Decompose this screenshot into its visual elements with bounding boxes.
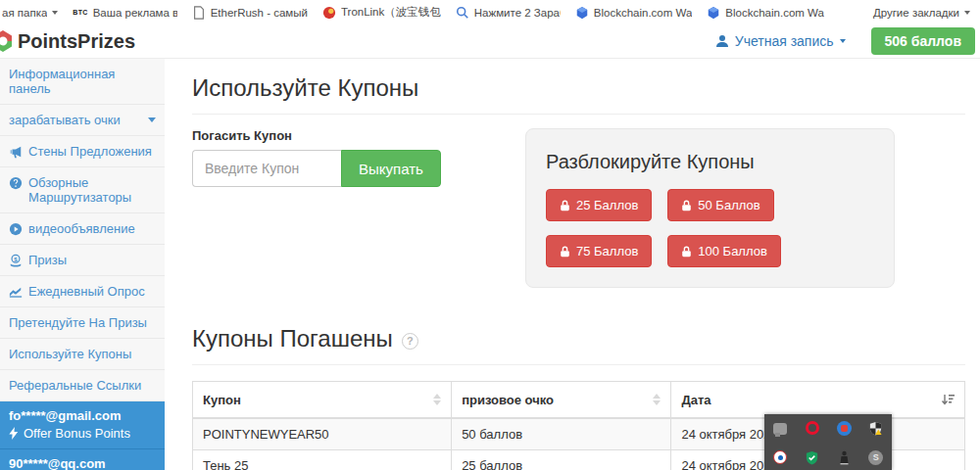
- svg-text:$: $: [14, 256, 18, 262]
- document-icon: [192, 6, 206, 20]
- sidebar-item-dashboard[interactable]: Информационная панель: [0, 59, 165, 105]
- blockchain-icon: [707, 6, 720, 20]
- bookmark-label: Blockchain.com Wa: [594, 7, 693, 19]
- system-tray-popup: S: [764, 414, 892, 470]
- bookmark-label: Ваша реклама в с: [93, 7, 177, 19]
- sort-icon: [653, 390, 661, 409]
- sidebar-item-label: Претендуйте На Призы: [9, 315, 147, 330]
- bookmark-item[interactable]: Нажмите 2 Зараб: [456, 6, 561, 20]
- bookmark-label: TronLink（波宝钱包: [341, 5, 441, 20]
- bolt-icon: [9, 427, 19, 440]
- bookmark-label: Нажмите 2 Зараб: [474, 7, 561, 19]
- column-header-date[interactable]: Дата: [671, 382, 964, 418]
- notification-email: fo*****@gmail.com: [9, 408, 156, 423]
- redeem-coupon-form: Погасить Купон Выкупать: [192, 128, 525, 187]
- lock-icon: [681, 246, 692, 258]
- sidebar-item-survey-routers[interactable]: Обзорные Маршрутизаторы: [0, 167, 165, 213]
- unlock-100-button[interactable]: 100 Баллов: [667, 235, 781, 267]
- cell-coupon: Тень 25: [193, 450, 452, 470]
- other-bookmarks-label: Другие закладки: [873, 7, 959, 19]
- person-icon: [715, 34, 729, 48]
- help-icon[interactable]: ?: [402, 333, 418, 350]
- sidebar-item-use-coupons[interactable]: Используйте Купоны: [0, 339, 165, 370]
- sidebar-item-earn-points[interactable]: зарабатывать очки: [0, 105, 165, 136]
- chevron-down-icon: [148, 118, 156, 126]
- search-icon: [456, 6, 469, 20]
- sidebar-item-label: Обзорные Маршрутизаторы: [28, 175, 156, 205]
- lock-icon: [560, 200, 570, 212]
- security-shield-warning-icon[interactable]: [868, 421, 883, 436]
- redeem-coupon-label: Погасить Купон: [192, 128, 525, 143]
- chevron-down-icon: [52, 11, 58, 18]
- unlock-25-button[interactable]: 25 Баллов: [546, 189, 652, 221]
- system-app-icon[interactable]: [839, 450, 850, 465]
- sidebar-item-referral-links[interactable]: Реферальные Ссылки: [0, 370, 165, 401]
- coupon-input[interactable]: [192, 150, 341, 187]
- account-menu[interactable]: Учетная запись: [715, 33, 846, 49]
- unlock-75-button[interactable]: 75 Баллов: [546, 235, 652, 267]
- notification-email: 90*****@qq.com: [9, 456, 156, 470]
- bookmark-label: Blockchain.com Wa: [725, 7, 824, 19]
- sidebar-item-offer-walls[interactable]: Стены Предложения: [0, 136, 165, 167]
- antivirus-shield-icon[interactable]: [805, 450, 819, 465]
- sort-icon: [433, 390, 441, 409]
- header-right: Учетная запись 506 баллов: [715, 27, 975, 55]
- chevron-down-icon: [964, 11, 970, 18]
- redeem-button[interactable]: Выкупать: [341, 150, 441, 187]
- column-header-points[interactable]: призовое очко: [452, 382, 671, 418]
- pointsprizes-logo-icon: [0, 29, 15, 53]
- bookmarks-bar: ая папка BTC Ваша реклама в с EtherRush …: [0, 0, 980, 24]
- site-logo[interactable]: PointsPrizes: [0, 29, 135, 53]
- site-logo-text: PointsPrizes: [18, 30, 135, 53]
- main-content: Используйте Купоны Погасить Купон Выкупа…: [165, 59, 980, 470]
- account-label: Учетная запись: [735, 33, 834, 49]
- points-badge[interactable]: 506 баллов: [871, 27, 975, 55]
- sidebar-item-label: видеообъявление: [28, 221, 135, 236]
- coin-icon: $: [9, 254, 23, 267]
- sidebar-item-prizes[interactable]: $ Призы: [0, 245, 165, 276]
- unlock-50-button[interactable]: 50 Баллов: [667, 189, 773, 221]
- sidebar: Информационная панель зарабатывать очки …: [0, 59, 165, 470]
- cell-points: 25 баллов: [452, 450, 671, 470]
- cell-coupon: POINTYNEWYEAR50: [193, 418, 452, 450]
- lock-icon: [681, 200, 692, 212]
- sidebar-item-label: Призы: [28, 253, 67, 267]
- sidebar-item-label: Используйте Купоны: [9, 347, 131, 361]
- app-body: Информационная панель зарабатывать очки …: [0, 59, 980, 470]
- other-bookmarks-button[interactable]: Другие закладки: [873, 7, 970, 19]
- bookmark-item[interactable]: EtherRush - самый: [192, 6, 308, 20]
- media-player-icon[interactable]: [773, 450, 787, 464]
- bonus-notification[interactable]: fo*****@gmail.com Offer Bonus Points: [0, 401, 165, 449]
- chart-line-icon: [9, 285, 23, 299]
- question-circle-icon: [9, 176, 23, 190]
- tronlink-icon: [322, 6, 336, 20]
- notification-message: Offer Bonus Points: [24, 426, 130, 441]
- bookmark-item[interactable]: TronLink（波宝钱包: [322, 5, 441, 20]
- sidebar-item-label: Реферальные Ссылки: [9, 378, 141, 393]
- bonus-notification[interactable]: 90*****@qq.com Offer Bonus Points: [0, 449, 165, 470]
- unlock-coupons-title: Разблокируйте Купоны: [546, 151, 874, 173]
- chat-window-icon[interactable]: [773, 423, 787, 435]
- sidebar-item-daily-poll[interactable]: Ежедневный Опрос: [0, 276, 165, 307]
- bookmark-label: ая папка: [2, 7, 47, 19]
- bookmark-label: EtherRush - самый: [211, 7, 308, 19]
- btc-icon: BTC: [73, 9, 87, 16]
- unlock-coupons-panel: Разблокируйте Купоны 25 Баллов 50 Баллов…: [525, 128, 895, 288]
- sidebar-item-label: Информационная панель: [9, 67, 156, 96]
- blockchain-icon: [575, 6, 589, 20]
- column-header-coupon[interactable]: Купон: [193, 382, 452, 418]
- photos-app-icon[interactable]: [837, 421, 852, 436]
- page-title: Используйте Купоны: [192, 74, 965, 115]
- sidebar-item-video-ads[interactable]: видеообъявление: [0, 213, 165, 245]
- bookmark-item[interactable]: Blockchain.com Wa: [575, 6, 693, 20]
- skype-icon[interactable]: S: [868, 450, 883, 465]
- cell-points: 50 баллов: [452, 418, 671, 450]
- lock-icon: [560, 246, 570, 258]
- bookmark-item[interactable]: BTC Ваша реклама в с: [73, 7, 176, 19]
- bookmark-item[interactable]: Blockchain.com Wa: [707, 6, 824, 20]
- bookmark-folder[interactable]: ая папка: [2, 7, 58, 19]
- sidebar-item-claim-prizes[interactable]: Претендуйте На Призы: [0, 307, 165, 339]
- sidebar-item-label: зарабатывать очки: [9, 113, 121, 127]
- opera-icon[interactable]: [806, 421, 819, 435]
- chevron-down-icon: [840, 39, 846, 46]
